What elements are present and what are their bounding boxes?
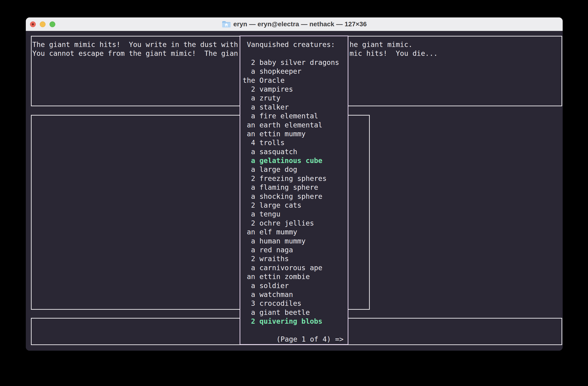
vanquished-panel: Vanquished creatures: 2 baby silver drag… <box>240 36 348 345</box>
titlebar[interactable]: eryn — eryn@electra — nethack — 127×36 <box>26 18 563 31</box>
creature-line: a shocking sphere <box>243 192 347 201</box>
desktop-background: eryn — eryn@electra — nethack — 127×36 T… <box>0 0 588 386</box>
creature-line: a giant beetle <box>243 308 347 317</box>
creature-line: a watchman <box>243 290 347 299</box>
creature-line: an elf mummy <box>243 228 347 236</box>
blank-line <box>243 49 347 58</box>
creature-line: a human mummy <box>243 237 347 246</box>
creature-line: a flaming sphere <box>243 183 347 192</box>
creature-line: a red naga <box>243 246 347 254</box>
title-group: eryn — eryn@electra — nethack — 127×36 <box>222 21 367 28</box>
creature-line: a stalker <box>243 103 347 112</box>
creature-line: a soldier <box>243 281 347 290</box>
creature-line: an earth elemental <box>243 121 347 129</box>
creature-line: the Oracle <box>243 76 347 85</box>
message-text-right: he giant mimic. mic hits! You die... <box>350 40 438 58</box>
creature-line: a large dog <box>243 165 347 174</box>
modified-indicator-dot <box>32 23 34 25</box>
creature-line: 2 quivering blobs <box>243 317 347 326</box>
home-folder-icon[interactable] <box>222 21 231 28</box>
creature-line: a fire elemental <box>243 112 347 120</box>
creature-line: 2 vampires <box>243 85 347 94</box>
blank-line <box>243 326 347 335</box>
zoom-button[interactable] <box>49 21 55 27</box>
terminal-window: eryn — eryn@electra — nethack — 127×36 T… <box>26 18 563 351</box>
window-title: eryn — eryn@electra — nethack — 127×36 <box>233 21 367 28</box>
creature-line: 2 freezing spheres <box>243 174 347 183</box>
creature-line: 2 large cats <box>243 201 347 210</box>
creature-line: 3 crocodiles <box>243 299 347 308</box>
creature-line: 2 wraiths <box>243 254 347 263</box>
creature-line: an ettin zombie <box>243 272 347 281</box>
message-text-left: The giant mimic hits! You write in the d… <box>32 40 238 58</box>
creature-line: a sasquatch <box>243 148 347 156</box>
creature-line: 2 baby silver dragons <box>243 58 347 67</box>
traffic-lights <box>30 18 55 31</box>
creature-line: 2 ochre jellies <box>243 219 347 228</box>
minimize-button[interactable] <box>40 21 45 27</box>
vanquished-header: Vanquished creatures: <box>243 40 347 49</box>
close-button[interactable] <box>30 21 36 27</box>
creature-line: a tengu <box>243 210 347 219</box>
terminal-content[interactable]: The giant mimic hits! You write in the d… <box>26 31 563 351</box>
creature-line: 4 trolls <box>243 138 347 147</box>
creature-line: an ettin mummy <box>243 129 347 138</box>
creature-line: a gelatinous cube <box>243 156 347 165</box>
creature-line: a carnivorous ape <box>243 263 347 272</box>
page-indicator: (Page 1 of 4) => <box>243 335 347 344</box>
vanquished-lines: Vanquished creatures: 2 baby silver drag… <box>243 40 347 344</box>
creature-line: a zruty <box>243 94 347 103</box>
creature-line: a shopkeeper <box>243 67 347 76</box>
vanquished-list: 2 baby silver dragons a shopkeeperthe Or… <box>243 58 347 326</box>
